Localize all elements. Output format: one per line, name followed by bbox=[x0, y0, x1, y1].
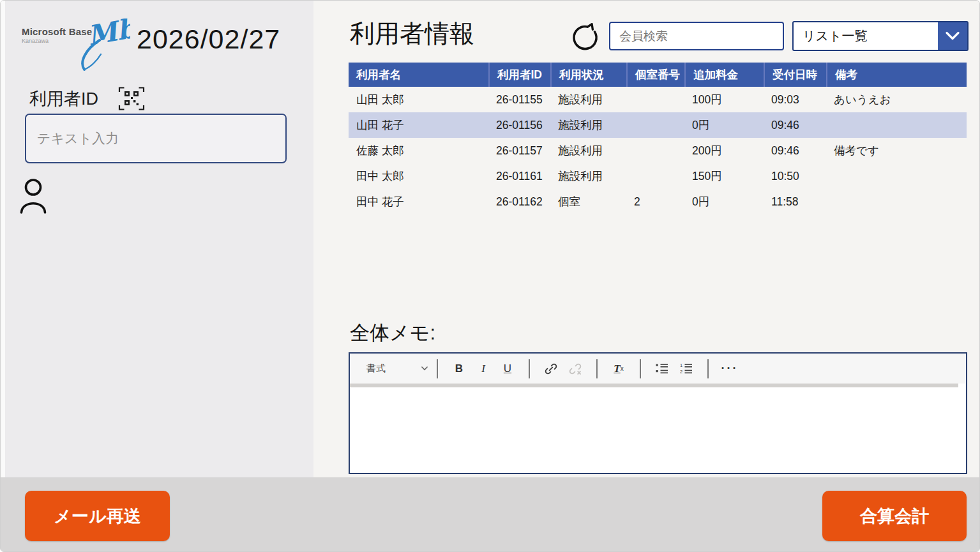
cell-room-number: 2 bbox=[626, 189, 684, 214]
column-header: 利用者名 bbox=[349, 63, 488, 87]
cell-extra-fee: 150円 bbox=[684, 163, 764, 189]
clear-formatting-button[interactable]: Tx bbox=[609, 359, 628, 378]
chevron-down-icon bbox=[945, 31, 960, 41]
cell-user-name: 山田 太郎 bbox=[349, 87, 488, 112]
cell-reception-time: 09:46 bbox=[764, 112, 826, 138]
cell-user-id: 26-01155 bbox=[488, 87, 550, 112]
memo-editor: 書式 B I U bbox=[349, 352, 967, 474]
svg-text:2: 2 bbox=[680, 369, 682, 375]
toolbar-separator bbox=[640, 359, 641, 378]
underline-button[interactable]: U bbox=[498, 359, 517, 378]
numbered-list-button[interactable]: 1 2 bbox=[677, 359, 696, 378]
cell-reception-time: 11:58 bbox=[764, 189, 826, 214]
column-header: 個室番号 bbox=[626, 63, 684, 87]
cell-room-number bbox=[626, 138, 684, 163]
mail-resend-button[interactable]: メール再送 bbox=[25, 491, 170, 541]
link-button[interactable] bbox=[541, 359, 561, 378]
member-search-input[interactable] bbox=[609, 22, 784, 50]
column-header: 追加料金 bbox=[684, 63, 764, 87]
column-header: 受付日時 bbox=[764, 63, 826, 87]
table-header-row: 利用者名利用者ID利用状況個室番号追加料金受付日時備考 bbox=[349, 63, 967, 87]
svg-text:1: 1 bbox=[680, 362, 682, 368]
rte-toolbar: 書式 B I U bbox=[350, 354, 966, 384]
cell-user-id: 26-01161 bbox=[488, 163, 550, 189]
cell-extra-fee: 100円 bbox=[684, 87, 764, 112]
toolbar-separator bbox=[437, 359, 438, 378]
cell-user-id: 26-01156 bbox=[488, 112, 550, 138]
cell-user-id: 26-01157 bbox=[488, 138, 550, 163]
app-screen: Microsoft Base Kanazawa Mb 2026/02/27 利用… bbox=[0, 0, 980, 552]
cell-room-number bbox=[626, 112, 684, 138]
list-dropdown-value: リスト一覧 bbox=[794, 27, 938, 45]
table-row[interactable]: 田中 太郎 26-01161 施設利用 150円 10:50 bbox=[349, 163, 967, 189]
cell-user-name: 山田 花子 bbox=[349, 112, 488, 138]
table-row[interactable]: 山田 太郎 26-01155 施設利用 100円 09:03 あいうえお bbox=[349, 87, 967, 112]
cell-status: 個室 bbox=[550, 189, 626, 214]
column-header: 利用者ID bbox=[488, 63, 550, 87]
refresh-icon[interactable] bbox=[569, 22, 599, 52]
left-panel: Microsoft Base Kanazawa Mb 2026/02/27 利用… bbox=[5, 1, 313, 477]
toolbar-separator bbox=[596, 359, 598, 378]
toolbar-separator bbox=[529, 359, 530, 378]
cell-status: 施設利用 bbox=[550, 138, 626, 163]
cell-user-name: 田中 太郎 bbox=[349, 163, 488, 189]
cell-user-name: 田中 花子 bbox=[349, 189, 488, 214]
cell-note bbox=[826, 112, 967, 138]
cell-extra-fee: 200円 bbox=[684, 138, 764, 163]
cell-reception-time: 09:03 bbox=[764, 87, 826, 112]
clear-formatting-t: T bbox=[614, 362, 620, 375]
list-dropdown[interactable]: リスト一覧 bbox=[792, 21, 969, 51]
combined-checkout-button[interactable]: 合算会計 bbox=[822, 491, 967, 541]
cell-note: あいうえお bbox=[826, 87, 967, 112]
cell-note bbox=[826, 189, 967, 214]
unlink-button[interactable] bbox=[566, 359, 585, 378]
format-dropdown[interactable]: 書式 bbox=[366, 362, 428, 375]
table-row[interactable]: 佐藤 太郎 26-01157 施設利用 200円 09:46 備考です bbox=[349, 138, 967, 163]
person-icon bbox=[19, 178, 48, 215]
cell-status: 施設利用 bbox=[550, 163, 626, 189]
memo-label: 全体メモ: bbox=[350, 320, 435, 347]
dropdown-chevron-box bbox=[938, 22, 967, 50]
format-dropdown-label: 書式 bbox=[366, 362, 386, 375]
column-header: 備考 bbox=[826, 63, 967, 87]
user-id-label: 利用者ID bbox=[29, 87, 98, 110]
user-table-body: 山田 太郎 26-01155 施設利用 100円 09:03 あいうえお 山田 … bbox=[349, 87, 967, 214]
cell-reception-time: 10:50 bbox=[764, 163, 826, 189]
link-icon bbox=[544, 362, 558, 376]
memo-content-area[interactable] bbox=[350, 387, 966, 473]
bullet-list-button[interactable] bbox=[652, 359, 672, 378]
current-date: 2026/02/27 bbox=[137, 24, 280, 55]
clear-formatting-x: x bbox=[621, 365, 624, 372]
cell-note bbox=[826, 163, 967, 189]
page-title: 利用者情報 bbox=[350, 17, 474, 51]
column-header: 利用状況 bbox=[550, 63, 626, 87]
cell-note: 備考です bbox=[826, 138, 967, 163]
user-id-input[interactable] bbox=[25, 114, 287, 163]
cell-status: 施設利用 bbox=[550, 112, 626, 138]
cell-room-number bbox=[626, 163, 684, 189]
left-edge-strip bbox=[1, 1, 5, 477]
bold-button[interactable]: B bbox=[449, 359, 469, 378]
qr-scan-icon[interactable] bbox=[118, 86, 145, 111]
table-row[interactable]: 田中 花子 26-01162 個室 2 0円 11:58 bbox=[349, 189, 967, 214]
more-options-button[interactable]: ··· bbox=[720, 359, 739, 378]
numbered-list-icon: 1 2 bbox=[679, 362, 693, 375]
italic-button[interactable]: I bbox=[474, 359, 493, 378]
table-row[interactable]: 山田 花子 26-01156 施設利用 0円 09:46 bbox=[349, 112, 967, 138]
cell-user-name: 佐藤 太郎 bbox=[349, 138, 488, 163]
toolbar-separator bbox=[707, 359, 709, 378]
bullet-list-icon bbox=[655, 362, 669, 375]
cell-room-number bbox=[626, 87, 684, 112]
cell-extra-fee: 0円 bbox=[684, 112, 764, 138]
caret-down-icon bbox=[421, 366, 428, 371]
unlink-icon bbox=[568, 362, 582, 376]
cell-user-id: 26-01162 bbox=[488, 189, 550, 214]
cell-reception-time: 09:46 bbox=[764, 138, 826, 163]
mb-script-logo-icon: Mb bbox=[80, 19, 130, 72]
cell-status: 施設利用 bbox=[550, 87, 626, 112]
cell-extra-fee: 0円 bbox=[684, 189, 764, 214]
